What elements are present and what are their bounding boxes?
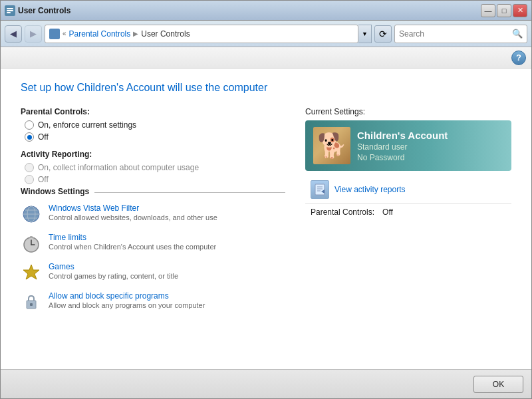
parental-controls-status-label: Parental Controls:	[311, 207, 374, 217]
user-detail-2: No Password	[357, 153, 448, 162]
user-card: Children's Account Standard user No Pass…	[305, 120, 511, 171]
activity-reporting-on-label: On, collect information about computer u…	[38, 163, 199, 172]
help-button[interactable]: ?	[511, 51, 526, 65]
user-name: Children's Account	[357, 130, 448, 141]
parental-controls-off-radio[interactable]	[25, 132, 34, 142]
title-bar-buttons: — □ ✕	[481, 4, 527, 17]
programs-desc: Allow and block any programs on your com…	[49, 301, 285, 309]
games-text: Games Control games by rating, content, …	[49, 262, 285, 280]
parental-controls-group: On, enforce current settings Off	[21, 120, 285, 142]
activity-reporting-off[interactable]: Off	[25, 175, 285, 184]
title-bar: User Controls — □ ✕	[1, 1, 531, 21]
svg-marker-14	[23, 265, 39, 279]
activity-reports-label[interactable]: View activity reports	[334, 185, 405, 194]
activity-reporting-off-label: Off	[38, 175, 49, 184]
current-settings-label: Current Settings:	[305, 107, 511, 116]
nav-bar: ◀ ▶ « Parental Controls ▶ User Controls …	[1, 21, 531, 47]
close-button[interactable]: ✕	[513, 4, 527, 17]
parental-controls-on-radio[interactable]	[25, 120, 34, 130]
parental-controls-status-value: Off	[382, 207, 393, 217]
activity-reporting-off-radio[interactable]	[25, 175, 34, 184]
toolbar-row: ?	[1, 47, 531, 68]
programs-text: Allow and block specific programs Allow …	[49, 291, 285, 309]
back-button[interactable]: ◀	[5, 25, 22, 43]
main-window: User Controls — □ ✕ ◀ ▶ « Parental Contr…	[0, 0, 532, 399]
svg-rect-1	[7, 10, 13, 11]
right-panel: Current Settings: Children's Account Sta…	[305, 107, 511, 356]
activity-reporting-group: On, collect information about computer u…	[21, 163, 285, 184]
breadcrumb-separator: ▶	[133, 30, 138, 37]
left-panel: Parental Controls: On, enforce current s…	[21, 107, 285, 356]
games-title[interactable]: Games	[49, 262, 285, 271]
time-limits-desc: Control when Children's Account uses the…	[49, 243, 285, 251]
search-input[interactable]	[399, 29, 512, 39]
programs-item[interactable]: Allow and block specific programs Allow …	[21, 291, 285, 313]
parental-controls-status: Parental Controls: Off	[305, 203, 511, 221]
breadcrumb-user-controls: User Controls	[141, 29, 190, 39]
minimize-button[interactable]: —	[481, 4, 495, 17]
web-filter-title[interactable]: Windows Vista Web Filter	[49, 203, 285, 213]
ok-button[interactable]: OK	[473, 376, 523, 393]
user-detail-1: Standard user	[357, 142, 448, 152]
breadcrumb-parental-controls[interactable]: Parental Controls	[69, 29, 131, 39]
web-filter-icon	[21, 203, 42, 225]
svg-rect-16	[30, 303, 33, 306]
svg-rect-11	[30, 236, 33, 238]
maximize-button[interactable]: □	[497, 4, 511, 17]
time-limits-title[interactable]: Time limits	[49, 233, 285, 242]
svg-rect-2	[7, 12, 11, 13]
bottom-bar: OK	[1, 369, 531, 398]
time-limits-icon	[21, 233, 42, 254]
forward-button[interactable]: ▶	[25, 25, 42, 43]
activity-reporting-on-radio[interactable]	[25, 163, 34, 172]
parental-controls-on[interactable]: On, enforce current settings	[25, 120, 285, 130]
svg-rect-0	[7, 8, 13, 9]
title-bar-left: User Controls	[5, 5, 70, 16]
main-content: Set up how Children's Account will use t…	[1, 68, 531, 369]
title-bar-text: User Controls	[18, 6, 70, 15]
programs-title[interactable]: Allow and block specific programs	[49, 291, 285, 301]
refresh-button[interactable]: ⟳	[374, 25, 392, 43]
activity-reporting-label: Activity Reporting:	[21, 150, 285, 159]
windows-settings-title: Windows Settings	[21, 187, 94, 196]
svg-rect-17	[315, 184, 325, 195]
window-icon	[5, 5, 15, 16]
web-filter-desc: Control allowed websites, downloads, and…	[49, 213, 285, 221]
time-limits-text: Time limits Control when Children's Acco…	[49, 233, 285, 251]
user-info: Children's Account Standard user No Pass…	[357, 130, 448, 162]
parental-controls-label: Parental Controls:	[21, 107, 285, 116]
web-filter-item[interactable]: Windows Vista Web Filter Control allowed…	[21, 203, 285, 225]
page-title: Set up how Children's Account will use t…	[21, 82, 511, 94]
user-avatar	[313, 127, 350, 164]
two-column-layout: Parental Controls: On, enforce current s…	[21, 107, 511, 356]
activity-reports-icon	[311, 180, 329, 199]
web-filter-text: Windows Vista Web Filter Control allowed…	[49, 203, 285, 221]
programs-icon	[21, 291, 42, 313]
games-icon	[21, 262, 42, 283]
activity-reporting-on[interactable]: On, collect information about computer u…	[25, 163, 285, 172]
breadcrumb-icon	[49, 29, 60, 39]
search-bar: 🔍	[394, 25, 527, 43]
parental-controls-on-label: On, enforce current settings	[38, 120, 136, 130]
breadcrumb-bar: « Parental Controls ▶ User Controls	[45, 25, 358, 43]
parental-controls-off[interactable]: Off	[25, 132, 285, 142]
breadcrumb-arrows: «	[63, 30, 66, 37]
settings-items: Windows Vista Web Filter Control allowed…	[21, 203, 285, 313]
windows-settings-section: Windows Settings	[21, 192, 285, 313]
view-activity-reports-button[interactable]: View activity reports	[305, 176, 511, 203]
games-desc: Control games by rating, content, or tit…	[49, 272, 285, 280]
time-limits-item[interactable]: Time limits Control when Children's Acco…	[21, 233, 285, 254]
search-icon[interactable]: 🔍	[512, 29, 523, 39]
parental-controls-off-label: Off	[38, 132, 49, 142]
games-item[interactable]: Games Control games by rating, content, …	[21, 262, 285, 283]
breadcrumb-dropdown-button[interactable]: ▼	[358, 25, 372, 43]
